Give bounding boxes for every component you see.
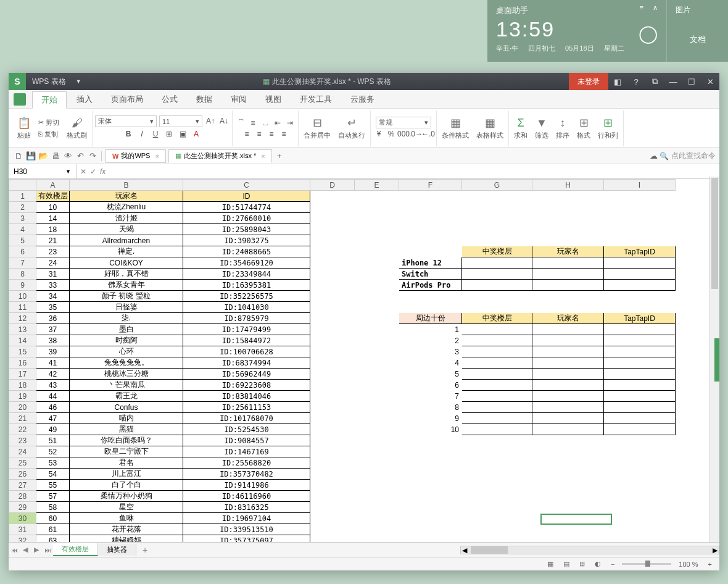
open-icon[interactable]: 📂: [37, 150, 49, 162]
menu-data[interactable]: 数据: [188, 91, 221, 107]
formula-input[interactable]: [109, 167, 719, 176]
maximize-icon[interactable]: ☐: [682, 77, 701, 86]
align-bot[interactable]: ⎵: [260, 117, 271, 128]
file-menu-icon[interactable]: [14, 93, 26, 106]
align-top[interactable]: ⎴: [235, 117, 246, 128]
fill-button[interactable]: ▣: [177, 128, 188, 140]
menu-formula[interactable]: 公式: [153, 91, 186, 107]
command-search[interactable]: 🔍 点此查找命令: [660, 151, 716, 161]
menu-review[interactable]: 审阅: [222, 91, 255, 107]
align-center[interactable]: ≡: [254, 128, 265, 140]
side-widget[interactable]: 图片 文档: [666, 0, 728, 62]
row-header[interactable]: 23: [9, 435, 36, 446]
decrease-font[interactable]: A↓: [218, 115, 230, 127]
filter-button[interactable]: ▼筛选: [532, 117, 551, 140]
col-header-H[interactable]: H: [532, 180, 604, 191]
col-header-D[interactable]: D: [310, 180, 355, 191]
percent-icon[interactable]: %: [386, 128, 397, 140]
col-header-F[interactable]: F: [399, 180, 462, 191]
view-break-icon[interactable]: ⊞: [577, 560, 587, 568]
sum-button[interactable]: Σ求和: [511, 117, 530, 140]
row-header[interactable]: 16: [9, 357, 36, 369]
border-button[interactable]: ⊞: [163, 128, 175, 140]
col-header-E[interactable]: E: [355, 180, 399, 191]
row-header[interactable]: 20: [9, 402, 36, 413]
close-icon[interactable]: ✕: [701, 77, 719, 86]
add-sheet[interactable]: +: [136, 545, 154, 555]
menu-dev[interactable]: 开发工具: [291, 91, 341, 107]
col-header-G[interactable]: G: [462, 180, 532, 191]
format-painter[interactable]: 🖌格式刷: [64, 117, 89, 140]
comma-icon[interactable]: 000: [398, 128, 409, 140]
row-header[interactable]: 31: [9, 524, 36, 535]
side-doc[interactable]: 文档: [676, 34, 719, 45]
tab-last[interactable]: ⏭: [42, 546, 53, 554]
indent-dec[interactable]: ⇤: [272, 117, 283, 128]
col-header-A[interactable]: A: [36, 180, 70, 191]
sort-button[interactable]: ↕排序: [553, 117, 572, 140]
view-normal-icon[interactable]: ▦: [545, 560, 556, 568]
cell-style[interactable]: ▦表格样式: [474, 116, 506, 140]
zoom-in[interactable]: +: [706, 561, 714, 568]
row-header[interactable]: 18: [9, 380, 36, 391]
preview-icon[interactable]: 👁: [62, 150, 74, 162]
zoom-level[interactable]: 100 %: [676, 561, 700, 568]
login-button[interactable]: 未登录: [569, 73, 608, 90]
row-header[interactable]: 6: [9, 246, 36, 257]
rowcol-button[interactable]: ⊞行和列: [595, 116, 621, 140]
tab-next[interactable]: ▶: [31, 546, 42, 554]
merge-button[interactable]: ⊟合并居中: [301, 116, 333, 140]
row-header[interactable]: 10: [9, 291, 36, 302]
fontsize-select[interactable]: 11▾: [159, 115, 202, 127]
row-header[interactable]: 15: [9, 346, 36, 357]
row-header[interactable]: 8: [9, 269, 36, 280]
doc-tab[interactable]: ▦此生公测抽奖开奖.xlsx *×: [168, 149, 272, 163]
fontcolor-button[interactable]: A: [191, 128, 202, 140]
sheet-tab-2[interactable]: 抽奖器: [98, 544, 136, 556]
row-header[interactable]: 7: [9, 257, 36, 269]
app-logo[interactable]: S: [9, 73, 26, 90]
align-left[interactable]: ≡: [241, 128, 252, 140]
app-menu-dropdown[interactable]: ▼: [72, 78, 85, 85]
row-header[interactable]: 9: [9, 280, 36, 291]
row-header[interactable]: 1: [9, 191, 36, 202]
row-header[interactable]: 30: [9, 513, 36, 524]
fx-confirm-icon[interactable]: ✓: [90, 167, 96, 176]
italic-button[interactable]: I: [136, 128, 147, 140]
row-header[interactable]: 17: [9, 369, 36, 380]
new-icon[interactable]: 🗋: [12, 150, 25, 162]
paste-button[interactable]: 📋粘贴: [15, 116, 33, 140]
row-header[interactable]: 32: [9, 535, 36, 543]
zoom-slider[interactable]: [622, 563, 671, 565]
row-header[interactable]: 22: [9, 424, 36, 435]
sheet-area[interactable]: ABCDEFGHI1有效楼层玩家名ID210枕流ZhenliuID:517447…: [9, 179, 719, 542]
row-header[interactable]: 4: [9, 224, 36, 235]
cond-format[interactable]: ▦条件格式: [439, 116, 471, 140]
dec-inc[interactable]: .0→: [410, 128, 421, 140]
font-select[interactable]: 宋体▾: [95, 115, 157, 127]
align-right[interactable]: ≡: [266, 128, 277, 140]
col-header-C[interactable]: C: [183, 180, 310, 191]
increase-font[interactable]: A↑: [205, 115, 216, 127]
bold-button[interactable]: B: [123, 128, 134, 140]
menu-home[interactable]: 开始: [32, 91, 67, 109]
reading-icon[interactable]: ◐: [592, 560, 603, 568]
row-header[interactable]: 13: [9, 324, 36, 335]
number-format[interactable]: 常规▾: [376, 117, 431, 128]
menu-cloud[interactable]: 云服务: [342, 91, 383, 107]
tab-first[interactable]: ⏮: [9, 546, 20, 554]
underline-button[interactable]: U: [150, 128, 161, 140]
currency-icon[interactable]: ¥: [373, 128, 384, 140]
fx-cancel-icon[interactable]: ✕: [80, 167, 86, 176]
copy-button[interactable]: ⎘复制: [36, 129, 62, 140]
row-header[interactable]: 28: [9, 491, 36, 502]
row-header[interactable]: 24: [9, 446, 36, 457]
align-mid[interactable]: ≡: [247, 117, 259, 128]
cut-button[interactable]: ✂剪切: [36, 117, 62, 128]
row-header[interactable]: 26: [9, 469, 36, 480]
zoom-out[interactable]: −: [608, 561, 617, 568]
sheet-tab-1[interactable]: 有效楼层: [53, 543, 98, 556]
undo-icon[interactable]: ↶: [74, 150, 86, 162]
align-justify[interactable]: ≡: [278, 128, 289, 140]
skin-icon[interactable]: ◧: [608, 77, 627, 86]
